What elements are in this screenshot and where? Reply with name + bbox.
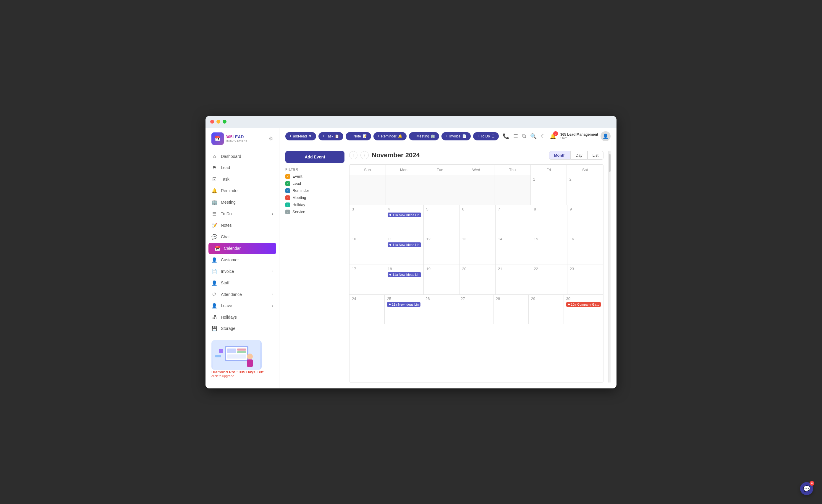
grid-icon[interactable]: ☰ <box>513 133 518 139</box>
chat-fab-button[interactable]: 💬 0 <box>800 482 813 495</box>
minimize-dot[interactable] <box>217 120 220 123</box>
cal-cell-empty[interactable] <box>386 175 422 205</box>
add-reminder-button[interactable]: + Reminder 🔔 <box>373 132 407 140</box>
sidebar-item-customer[interactable]: 👤 Customer <box>206 254 279 266</box>
cal-cell-20[interactable]: 20 <box>460 265 495 295</box>
filter-meeting[interactable]: ✓ Meeting <box>285 195 345 200</box>
add-meeting-button[interactable]: + Meeting 🏢 <box>409 132 439 140</box>
view-list-button[interactable]: List <box>587 151 603 160</box>
sidebar-item-meeting[interactable]: 🏢 Meeting <box>206 196 279 208</box>
cal-cell-9[interactable]: 9 <box>567 205 603 235</box>
filter-checkbox-meeting[interactable]: ✓ <box>285 195 290 200</box>
cal-cell-30[interactable]: 30 10a Company Ga... <box>564 295 603 324</box>
add-task-button[interactable]: + Task 📋 <box>319 132 344 140</box>
cal-cell-6[interactable]: 6 <box>460 205 495 235</box>
filter-checkbox-holiday[interactable]: ✓ <box>285 202 290 207</box>
next-month-button[interactable]: › <box>360 151 369 159</box>
sidebar-item-invoice[interactable]: 📄 Invoice › <box>206 266 279 277</box>
cal-cell-26[interactable]: 26 <box>423 295 458 324</box>
cal-cell-15[interactable]: 15 <box>531 235 567 265</box>
cal-cell-11[interactable]: 11 11a New Ideas Lin <box>385 235 424 265</box>
cal-cell-22[interactable]: 22 <box>531 265 567 295</box>
add-todo-button[interactable]: + To Do ☰ <box>473 132 499 140</box>
cal-cell-1[interactable]: 1 <box>531 175 567 205</box>
filter-checkbox-reminder[interactable]: ✓ <box>285 188 290 193</box>
cal-cell-14[interactable]: 14 <box>495 235 531 265</box>
sidebar-item-todo[interactable]: ☰ To Do › <box>206 208 279 219</box>
cal-cell-empty[interactable] <box>422 175 458 205</box>
cal-cell-empty[interactable] <box>494 175 531 205</box>
event-item[interactable]: 11a New Ideas Lin <box>387 302 420 307</box>
cal-cell-3[interactable]: 3 <box>350 205 385 235</box>
cal-cell-25[interactable]: 25 11a New Ideas Lin <box>385 295 423 324</box>
event-item[interactable]: 11a New Ideas Lin <box>388 212 421 217</box>
sidebar-item-notes[interactable]: 📝 Notes <box>206 219 279 231</box>
filter-checkbox-event[interactable]: ✓ <box>285 174 290 179</box>
settings-icon[interactable]: ⚙ <box>269 135 273 142</box>
add-note-button[interactable]: + Note 📝 <box>346 132 371 140</box>
cal-cell-empty[interactable] <box>350 175 386 205</box>
cal-cell-5[interactable]: 5 <box>424 205 459 235</box>
add-invoice-button[interactable]: + Invoice 📄 <box>441 132 470 140</box>
upgrade-sub[interactable]: click to upgrade <box>212 374 273 378</box>
user-profile[interactable]: 365 Lead Management Store 👤 <box>560 131 610 141</box>
sidebar-item-holidays[interactable]: 🏖 Holidays <box>206 312 279 323</box>
cal-cell-2[interactable]: 2 <box>567 175 603 205</box>
sidebar-item-attendance[interactable]: ⏱ Attendance › <box>206 289 279 300</box>
cal-cell-24[interactable]: 24 <box>350 295 385 324</box>
search-icon[interactable]: 🔍 <box>530 133 537 139</box>
cal-cell-27[interactable]: 27 <box>458 295 493 324</box>
user-avatar[interactable]: 👤 <box>600 131 610 141</box>
prev-month-button[interactable]: ‹ <box>349 151 358 159</box>
notif-badge: 0 <box>553 131 558 136</box>
cal-cell-29[interactable]: 29 <box>529 295 564 324</box>
sidebar-item-staff[interactable]: 👤 Staff <box>206 277 279 289</box>
moon-icon[interactable]: ☾ <box>541 133 545 139</box>
cal-cell-28[interactable]: 28 <box>493 295 529 324</box>
close-dot[interactable] <box>210 120 214 123</box>
cal-cell-12[interactable]: 12 <box>424 235 459 265</box>
sidebar-item-dashboard[interactable]: ⌂ Dashboard <box>206 151 279 162</box>
add-lead-button[interactable]: + add-lead ▼ <box>285 132 316 140</box>
cal-cell-10[interactable]: 10 <box>350 235 385 265</box>
cal-cell-13[interactable]: 13 <box>460 235 495 265</box>
cal-cell-4[interactable]: 4 11a New Ideas Lin <box>385 205 424 235</box>
staff-icon: 👤 <box>212 280 217 286</box>
cal-cell-18[interactable]: 18 11a New Ideas Lin <box>385 265 424 295</box>
phone-icon[interactable]: 📞 <box>503 133 509 139</box>
filter-checkbox-service[interactable]: ✓ <box>285 209 290 214</box>
cal-cell-7[interactable]: 7 <box>495 205 531 235</box>
cal-cell-16[interactable]: 16 <box>567 235 603 265</box>
sidebar-item-task[interactable]: ☑ Task <box>206 173 279 185</box>
cal-cell-17[interactable]: 17 <box>350 265 385 295</box>
scrollbar-thumb[interactable] <box>609 154 610 172</box>
cal-cell-19[interactable]: 19 <box>424 265 459 295</box>
maximize-dot[interactable] <box>223 120 227 123</box>
sidebar-item-leave[interactable]: 👤 Leave › <box>206 300 279 312</box>
filter-holiday[interactable]: ✓ Holiday <box>285 202 345 207</box>
sidebar-item-reminder[interactable]: 🔔 Reminder <box>206 185 279 196</box>
view-day-button[interactable]: Day <box>571 151 587 160</box>
sidebar-item-chat[interactable]: 💬 Chat <box>206 231 279 243</box>
event-item[interactable]: 11a New Ideas Lin <box>388 242 421 247</box>
cal-cell-23[interactable]: 23 <box>567 265 603 295</box>
cal-cell-empty[interactable] <box>458 175 495 205</box>
filter-event[interactable]: ✓ Event <box>285 174 345 179</box>
filter-lead[interactable]: ✓ Lead <box>285 181 345 186</box>
cal-cell-21[interactable]: 21 <box>495 265 531 295</box>
view-month-button[interactable]: Month <box>549 151 571 160</box>
cal-cell-8[interactable]: 8 <box>531 205 567 235</box>
filter-service[interactable]: ✓ Service <box>285 209 345 214</box>
event-item[interactable]: 10a Company Ga... <box>566 302 601 307</box>
upgrade-label[interactable]: Diamond Pro : 335 Days Left <box>212 370 273 374</box>
sidebar-item-lead[interactable]: ⚑ Lead <box>206 162 279 173</box>
add-event-button[interactable]: Add Event <box>285 151 345 163</box>
filter-checkbox-lead[interactable]: ✓ <box>285 181 290 186</box>
copy-icon[interactable]: ⧉ <box>522 133 526 139</box>
sidebar-item-calendar[interactable]: 📅 Calendar <box>209 243 276 254</box>
notifications[interactable]: 🔔 0 <box>550 133 556 139</box>
event-item[interactable]: 11a New Ideas Lin <box>388 272 421 277</box>
scrollbar[interactable] <box>608 151 610 383</box>
sidebar-item-storage[interactable]: 💾 Storage <box>206 323 279 334</box>
filter-reminder[interactable]: ✓ Reminder <box>285 188 345 193</box>
